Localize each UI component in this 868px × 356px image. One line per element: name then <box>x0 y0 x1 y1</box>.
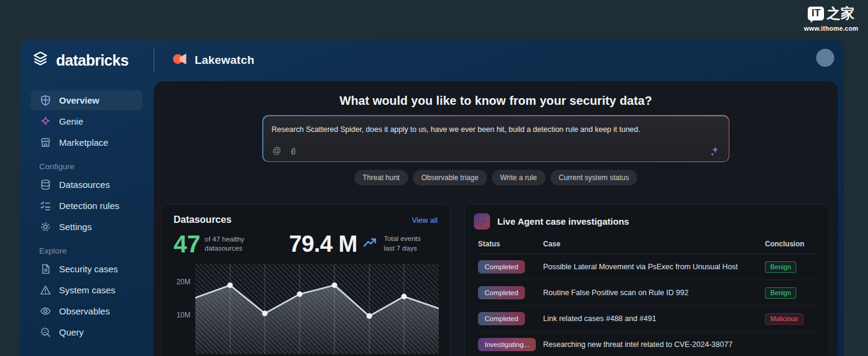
header-divider <box>154 48 154 73</box>
events-chart <box>195 264 450 356</box>
ithome-cn-logo: 之家 <box>826 4 854 23</box>
healthy-count: 47 <box>174 233 201 255</box>
total-events-value: 79.4 M <box>289 233 357 255</box>
agent-table: Status Case Conclusion CompletedPossible… <box>478 236 816 356</box>
ithome-url: www.ithome.com <box>804 25 858 32</box>
status-badge: Investigating... <box>478 338 536 351</box>
agent-sparkle-icon <box>474 213 490 230</box>
suggestion-chips: Threat huntObservable triageWrite a rule… <box>154 170 838 186</box>
col-header-conclusion: Conclusion <box>765 240 816 248</box>
sidebar-item-marketplace[interactable]: Marketplace <box>31 133 143 152</box>
paperclip-icon[interactable] <box>288 146 298 156</box>
sidebar-item-genie[interactable]: Genie <box>31 111 143 131</box>
col-header-case: Case <box>543 240 765 248</box>
col-header-status: Status <box>478 240 543 248</box>
table-row[interactable]: CompletedRoutine False Positive scan on … <box>478 280 816 306</box>
chip-write-a-rule[interactable]: Write a rule <box>492 170 546 186</box>
databricks-wordmark: databricks <box>56 52 128 69</box>
at-sign-icon[interactable]: @ <box>272 146 282 156</box>
agent-card: Live Agent case investigations Status Ca… <box>464 204 830 356</box>
sidebar-item-query[interactable]: Query <box>31 322 143 342</box>
sidebar-item-label: Overview <box>59 95 99 105</box>
case-title: Link related cases #488 and #491 <box>543 314 765 323</box>
sidebar-section-explore: Explore <box>31 246 143 255</box>
conclusion-badge: Benign <box>765 287 796 299</box>
sidebar-item-label: System cases <box>59 285 115 295</box>
sidebar-item-overview[interactable]: Overview <box>31 90 143 110</box>
table-row[interactable]: Investigating...Researching new threat i… <box>478 332 816 356</box>
datasources-card: Datasources View all 47 of 47 healthy da… <box>161 204 450 356</box>
sidebar-item-detection-rules[interactable]: Detection rules <box>31 196 143 216</box>
lakewatch-logo-icon <box>172 51 189 69</box>
sidebar-item-datasources[interactable]: Datasources <box>31 175 143 195</box>
table-row[interactable]: CompletedLink related cases #488 and #49… <box>478 306 816 332</box>
storefront-icon <box>39 137 51 149</box>
healthy-label: of 47 healthy datasources <box>205 235 260 253</box>
total-events-label: Total events last 7 days <box>384 234 431 253</box>
ithome-it-logo: IT <box>808 7 824 20</box>
app-window: databricks Lakewatch OverviewGenieMarket… <box>20 39 844 356</box>
conclusion-badge: Malicious <box>765 313 804 325</box>
checklist-icon <box>39 200 51 212</box>
document-icon <box>39 263 51 275</box>
conclusion-badge: Benign <box>765 261 796 273</box>
ytick-10m: 10M <box>177 311 190 319</box>
prompt-input-value[interactable]: Research Scattered Spider, does it apply… <box>263 116 729 134</box>
sidebar-item-label: Detection rules <box>59 201 119 211</box>
main-content: What would you like to know from your se… <box>154 81 838 356</box>
sparkle-icon <box>39 116 51 128</box>
lakewatch-brand[interactable]: Lakewatch <box>172 39 254 81</box>
sidebar-item-settings[interactable]: Settings <box>31 217 143 237</box>
shield-grid-icon <box>39 95 51 107</box>
sidebar-item-security-cases[interactable]: Security cases <box>31 259 143 279</box>
case-title: Researching new threat intel related to … <box>543 340 765 349</box>
case-title: Possible Lateral Movement via PsExec fro… <box>543 263 765 271</box>
prompt-input-border: Research Scattered Spider, does it apply… <box>262 115 729 162</box>
app-header: databricks Lakewatch <box>20 39 844 81</box>
sidebar-item-label: Security cases <box>59 264 118 274</box>
status-badge: Completed <box>478 260 525 273</box>
eye-icon <box>39 305 51 317</box>
sidebar-section-configure: Configure <box>31 162 143 171</box>
sidebar-item-label: Genie <box>59 116 83 126</box>
ithome-watermark: IT 之家 www.ithome.com <box>804 4 858 32</box>
status-badge: Completed <box>478 312 525 325</box>
warning-triangle-icon <box>39 284 51 296</box>
sidebar-item-label: Marketplace <box>59 137 108 148</box>
case-title: Routine False Positive scan on Rule ID 9… <box>543 289 765 297</box>
table-row[interactable]: CompletedPossible Lateral Movement via P… <box>478 254 816 280</box>
page-title: What would you like to know from your se… <box>154 94 838 108</box>
sidebar-item-label: Query <box>59 327 84 337</box>
chip-current-system-status[interactable]: Current system status <box>550 170 638 186</box>
chip-observable-triage[interactable]: Observable triage <box>413 170 487 186</box>
databricks-brand[interactable]: databricks <box>31 39 128 81</box>
user-avatar[interactable] <box>816 49 834 67</box>
status-badge: Completed <box>478 286 525 299</box>
lakewatch-wordmark: Lakewatch <box>195 54 254 67</box>
chip-threat-hunt[interactable]: Threat hunt <box>354 170 408 186</box>
sidebar-item-label: Settings <box>59 222 92 232</box>
view-all-link[interactable]: View all <box>412 216 438 225</box>
sidebar-item-label: Observables <box>59 306 110 316</box>
chart-y-axis: 20M 10M <box>162 264 195 356</box>
database-icon <box>39 179 51 191</box>
databricks-logo-icon <box>31 50 50 70</box>
prompt-input[interactable]: Research Scattered Spider, does it apply… <box>263 116 729 161</box>
sidebar-item-observables[interactable]: Observables <box>31 301 143 321</box>
gear-icon <box>39 221 51 233</box>
sidebar-item-label: Datasources <box>59 180 110 190</box>
datasources-card-title: Datasources <box>174 214 231 225</box>
agent-card-title: Live Agent case investigations <box>497 216 629 226</box>
magnifier-icon <box>39 326 51 339</box>
trend-up-icon <box>362 236 378 251</box>
send-sparkle-icon[interactable] <box>709 145 721 157</box>
ytick-20m: 20M <box>177 278 190 286</box>
sidebar: OverviewGenieMarketplaceConfigureDatasou… <box>20 81 154 356</box>
sidebar-item-system-cases[interactable]: System cases <box>31 280 143 300</box>
